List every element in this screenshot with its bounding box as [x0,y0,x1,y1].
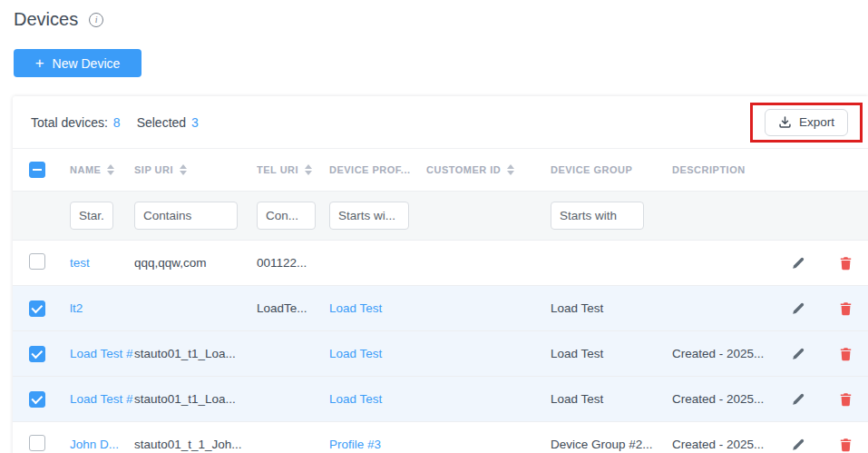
edit-button[interactable] [791,392,805,407]
header-row: NAME SIP URI TEL URI DEVICE PROF... CUST… [13,148,868,191]
device-profile-link[interactable]: Load Test [329,347,382,360]
page-header: Devices i + New Device [0,0,868,77]
select-all-checkbox[interactable] [29,162,45,178]
column-header[interactable]: CUSTOMER ID [426,164,551,175]
description-cell: Created - 2025... [672,438,775,451]
device-name-link[interactable]: Load Test # [70,392,133,406]
description-cell: Created - 2025... [672,392,775,406]
row-checkbox[interactable] [29,300,45,317]
delete-button[interactable] [839,438,853,452]
trash-icon [839,438,853,452]
pencil-icon [791,392,805,407]
device-profile-link[interactable]: Load Test [329,392,382,406]
filter-row [13,191,868,241]
trash-icon [839,392,853,407]
selected-label: Selected [137,115,186,130]
sip-uri-cell: qqq,qqw,com [134,256,257,270]
column-filter-input[interactable] [329,202,409,230]
row-checkbox[interactable] [29,435,45,451]
total-devices-label: Total devices: [31,115,108,130]
column-header[interactable]: NAME [70,164,134,175]
column-filter-input[interactable] [551,202,644,230]
tel-uri-cell: LoadTe... [257,301,329,315]
total-devices-count: 8 [113,115,121,130]
description-cell: Created - 2025... [672,347,775,360]
download-icon [778,115,792,129]
table-body: test qqq,qqw,com 001122... lt2 LoadTe... [13,241,868,453]
device-name-link[interactable]: John D... [70,438,119,451]
sip-uri-cell: stauto01_t1_Loa... [134,392,257,406]
page-title: Devices [14,9,78,30]
column-header[interactable]: DEVICE GROUP [551,164,672,175]
sort-icon[interactable] [180,164,187,175]
column-header[interactable]: DEVICE PROF... [329,164,426,175]
new-device-button[interactable]: + New Device [14,49,141,77]
new-device-label: New Device [53,56,121,71]
table-row: lt2 LoadTe... Load Test Load Test [13,286,868,331]
edit-button[interactable] [791,438,805,452]
trash-icon [839,301,853,316]
export-button[interactable]: Export [765,109,848,136]
edit-button[interactable] [791,347,805,361]
column-filter-input[interactable] [134,202,238,230]
device-name-link[interactable]: Load Test # [70,347,133,360]
device-name-link[interactable]: test [70,256,90,270]
device-group-cell: Load Test [551,347,672,360]
export-label: Export [799,115,834,129]
device-group-cell: Load Test [551,392,672,406]
sort-icon[interactable] [507,164,514,175]
trash-icon [839,256,853,271]
device-group-cell: Device Group #2... [551,438,672,451]
annotation-highlight: Export [750,103,863,143]
delete-button[interactable] [839,392,853,407]
column-filter-input[interactable] [70,202,113,230]
table-row: Load Test # stauto01_t1_Loa... Load Test… [13,377,868,422]
table-row: test qqq,qqw,com 001122... [13,241,868,286]
device-profile-link[interactable]: Profile #3 [329,438,381,451]
row-checkbox[interactable] [29,253,45,270]
sort-icon[interactable] [305,164,312,175]
table-toolbar: Total devices: 8 Selected 3 Export [13,96,868,148]
delete-button[interactable] [839,301,853,316]
plus-icon: + [35,55,44,71]
pencil-icon [791,301,805,316]
pencil-icon [791,438,805,452]
delete-button[interactable] [839,347,853,361]
table-row: Load Test # stauto01_t1_Loa... Load Test… [13,331,868,377]
totals-summary: Total devices: 8 Selected 3 [31,115,199,130]
column-header[interactable]: SIP URI [134,164,257,175]
device-group-cell: Load Test [551,301,672,315]
edit-button[interactable] [791,256,805,271]
info-icon[interactable]: i [89,13,103,27]
table-row: John D... stauto01_t_1_Joh... Profile #3… [13,422,868,453]
row-checkbox[interactable] [29,346,45,362]
delete-button[interactable] [839,256,853,271]
select-all-cell [13,162,70,178]
pencil-icon [791,347,805,361]
column-header[interactable]: TEL URI [257,164,329,175]
device-name-link[interactable]: lt2 [70,301,83,315]
sip-uri-cell: stauto01_t1_Loa... [134,347,257,360]
sort-icon[interactable] [107,164,114,175]
devices-card: Total devices: 8 Selected 3 Export NAME … [13,96,868,453]
pencil-icon [791,256,805,271]
column-filter-input[interactable] [257,202,316,230]
tel-uri-cell: 001122... [257,256,329,270]
column-header[interactable]: DESCRIPTION [672,164,775,175]
trash-icon [839,347,853,361]
device-profile-link[interactable]: Load Test [329,301,382,315]
sip-uri-cell: stauto01_t_1_Joh... [134,438,257,451]
selected-count: 3 [191,115,199,130]
edit-button[interactable] [791,301,805,316]
row-checkbox[interactable] [29,391,45,408]
